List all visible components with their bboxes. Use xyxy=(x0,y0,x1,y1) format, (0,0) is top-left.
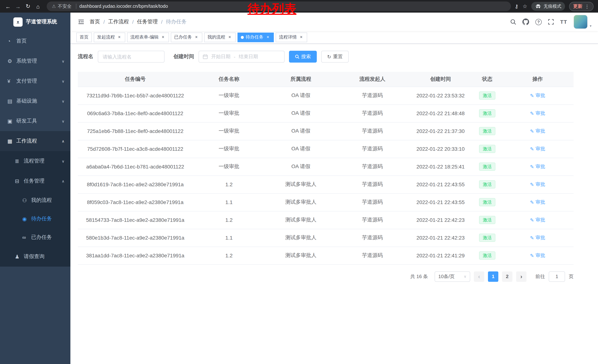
home-icon[interactable]: ⌂ xyxy=(33,1,43,11)
chevron-down-icon: ∨ xyxy=(62,119,65,123)
close-icon[interactable]: × xyxy=(117,35,122,40)
starter: 芋道源码 xyxy=(336,140,408,158)
breadcrumb-separator: / xyxy=(161,19,163,25)
table-row: 381aa1dd-7ac8-11ec-a9e2-a2380e71991a 1.2… xyxy=(78,247,573,264)
page-size-value: 10条/页 xyxy=(438,273,455,280)
task-name: 1.2 xyxy=(193,247,265,264)
sidebar-item-done-tasks[interactable]: ∞ 已办任务 xyxy=(0,228,70,247)
menu-dots-icon: ⋮ xyxy=(585,4,590,9)
sidebar-item-workflow[interactable]: ▦ 工作流程 ∧ xyxy=(0,131,70,151)
screen: ← → ↻ ⌂ ⚠ 不安全 dashboard.yudao.iocoder.cn… xyxy=(0,0,598,364)
breadcrumb-separator: / xyxy=(103,19,105,25)
person-icon: ♟ xyxy=(15,254,24,259)
sidebar-toggle-icon[interactable] xyxy=(78,18,84,25)
forward-icon[interactable]: → xyxy=(13,1,23,11)
sidebar-item-label: 流程管理 xyxy=(24,158,44,164)
approve-button[interactable]: ✎审批 xyxy=(530,235,545,241)
sidebar-item-payment-mgmt[interactable]: ¥ 支付管理 ∨ xyxy=(0,71,70,91)
status-badge: 激活 xyxy=(479,234,495,242)
update-button[interactable]: 更新 ⋮ xyxy=(569,2,594,11)
search-icon xyxy=(295,54,299,59)
status-badge: 激活 xyxy=(479,162,495,171)
tab-home[interactable]: 首页 xyxy=(76,32,92,42)
edit-icon: ✎ xyxy=(530,217,534,223)
page-size-select[interactable]: 10条/页 ∨ xyxy=(435,271,470,282)
process-name: OA 请假 xyxy=(265,158,336,176)
tab-todo-tasks[interactable]: 待办任务 × xyxy=(238,32,274,42)
reset-button[interactable]: ↻ 重置 xyxy=(321,51,349,63)
sidebar-item-dev-tools[interactable]: ▣ 研发工具 ∨ xyxy=(0,111,70,131)
tab-form-edit[interactable]: 流程表单-编辑 × xyxy=(127,32,169,42)
page-button-1[interactable]: 1 xyxy=(488,271,498,282)
sidebar-item-leave-query[interactable]: ♟ 请假查询 xyxy=(0,247,70,267)
sidebar-item-todo-tasks[interactable]: ◉ 待办任务 xyxy=(0,210,70,228)
tab-process-detail[interactable]: 流程详情 × xyxy=(276,32,307,42)
url-text: dashboard.yudao.iocoder.cn/bpm/task/todo xyxy=(79,4,168,9)
col-status: 状态 xyxy=(473,72,502,87)
approve-button[interactable]: ✎审批 xyxy=(530,181,545,188)
breadcrumb-home[interactable]: 首页 xyxy=(90,18,100,25)
search-icon[interactable] xyxy=(510,19,516,25)
sidebar-item-infrastructure[interactable]: ▤ 基础设施 ∨ xyxy=(0,91,70,111)
tab-done-tasks[interactable]: 已办任务 × xyxy=(171,32,202,42)
sidebar-item-process-mgmt[interactable]: ≣ 流程管理 ∨ xyxy=(0,151,70,171)
task-name: 1.2 xyxy=(193,176,265,193)
approve-button[interactable]: ✎审批 xyxy=(530,199,545,205)
task-id: 725a1eb6-7b88-11ec-8ef0-acde48001122 xyxy=(78,122,193,140)
breadcrumb-separator: / xyxy=(132,19,134,25)
tab-label: 已办任务 xyxy=(174,34,192,40)
task-id: 580e1b3d-7ac8-11ec-a9e2-a2380e71991a xyxy=(78,229,193,247)
close-icon[interactable]: × xyxy=(194,35,199,40)
reload-icon[interactable]: ↻ xyxy=(23,1,33,11)
create-time: 2022-01-22 18:25:41 xyxy=(408,158,473,176)
tab-my-process[interactable]: 我的流程 × xyxy=(204,32,236,42)
page-button-2[interactable]: 2 xyxy=(502,271,512,282)
fullscreen-icon[interactable] xyxy=(548,19,554,25)
approve-button[interactable]: ✎审批 xyxy=(530,252,545,259)
close-icon[interactable]: × xyxy=(227,35,232,40)
approve-button[interactable]: ✎审批 xyxy=(530,128,545,134)
prev-page-button[interactable]: ‹ xyxy=(474,271,484,282)
help-icon[interactable]: ? xyxy=(535,19,542,25)
approve-button[interactable]: ✎审批 xyxy=(530,92,545,99)
key-icon[interactable]: ⚷ xyxy=(515,3,519,9)
edit-icon: ✎ xyxy=(530,253,534,258)
user-avatar[interactable]: ▼ xyxy=(573,15,592,29)
approve-button[interactable]: ✎审批 xyxy=(530,110,545,117)
bookmark-star-icon[interactable]: ☆ xyxy=(523,3,527,9)
date-range-picker[interactable]: 开始日期 - 结束日期 xyxy=(199,51,284,63)
next-page-button[interactable]: › xyxy=(516,271,526,282)
close-icon[interactable]: × xyxy=(265,35,270,40)
starter: 芋道源码 xyxy=(336,247,408,264)
pagination: 共 16 条 10条/页 ∨ ‹ 1 2 › 前往 页 xyxy=(78,271,573,282)
approve-button[interactable]: ✎审批 xyxy=(530,163,545,170)
github-icon[interactable] xyxy=(523,18,529,25)
approve-button[interactable]: ✎审批 xyxy=(530,146,545,152)
close-icon[interactable]: × xyxy=(299,35,304,40)
col-process: 所属流程 xyxy=(265,72,336,87)
col-starter: 流程发起人 xyxy=(336,72,408,87)
sidebar-item-system-mgmt[interactable]: ⚙ 系统管理 ∨ xyxy=(0,51,70,71)
process-name-input[interactable] xyxy=(98,51,165,63)
sidebar-item-label: 支付管理 xyxy=(16,78,37,84)
breadcrumb-current: 待办任务 xyxy=(166,18,187,25)
breadcrumb-workflow[interactable]: 工作流程 xyxy=(108,18,129,25)
sidebar-item-my-process[interactable]: ⚇ 我的流程 xyxy=(0,191,70,210)
starter: 芋道源码 xyxy=(336,193,408,211)
approve-label: 审批 xyxy=(536,235,545,241)
approve-label: 审批 xyxy=(536,217,545,223)
approve-button[interactable]: ✎审批 xyxy=(530,217,545,223)
sidebar-item-home[interactable]: ◔ 首页 xyxy=(0,31,70,51)
tab-start-process[interactable]: 发起流程 × xyxy=(94,32,125,42)
starter: 芋道源码 xyxy=(336,211,408,229)
status-badge: 激活 xyxy=(479,216,495,224)
back-icon[interactable]: ← xyxy=(3,1,13,11)
breadcrumb-task-mgmt[interactable]: 任务管理 xyxy=(137,18,158,25)
close-icon[interactable]: × xyxy=(160,35,166,40)
sidebar-item-task-mgmt[interactable]: ⊟ 任务管理 ∧ xyxy=(0,171,70,191)
task-name: 1.1 xyxy=(193,193,265,211)
goto-page-input[interactable] xyxy=(549,271,565,282)
search-button[interactable]: 搜索 xyxy=(289,51,317,63)
approve-label: 审批 xyxy=(536,92,545,99)
font-size-icon[interactable]: TT xyxy=(560,19,567,25)
